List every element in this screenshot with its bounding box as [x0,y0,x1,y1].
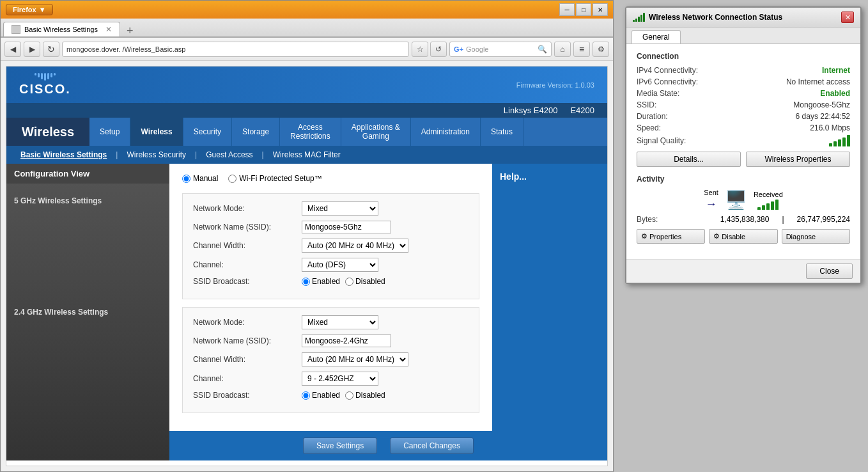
24ghz-ssid-row: Network Name (SSID): [193,334,469,347]
save-settings-button[interactable]: Save Settings [303,437,377,454]
subnav-sep-1: | [114,150,119,159]
sidebar-section-2ghz: 2.4 GHz Wireless Settings [6,295,169,329]
help-link[interactable]: Help... [500,171,527,182]
5ghz-broadcast-disabled-radio[interactable] [345,278,353,286]
sent-label: Sent [704,189,718,196]
bytes-row: Bytes: 1,435,838,380 | 26,747,995,224 [637,215,850,224]
24ghz-broadcast-disabled-option[interactable]: Disabled [345,391,385,400]
signal-bar-4 [842,138,846,146]
subnav-wireless-security[interactable]: Wireless Security [119,148,194,161]
24ghz-broadcast-options: Enabled Disabled [302,391,385,400]
disable-icon: ⚙ [713,232,720,240]
nav-tab-admin-label: Administration [421,127,470,136]
search-bar[interactable]: G+ Google 🔍 [449,42,552,57]
nav-tab-storage[interactable]: Storage [232,118,280,146]
wireless-status-dialog: Wireless Network Connection Status ✕ Gen… [625,6,862,284]
24ghz-channel-row: Channel: 9 - 2.452GHZ [193,372,469,386]
5ghz-ssid-input[interactable] [302,221,391,233]
5ghz-channel-width-select[interactable]: Auto (20 MHz or 40 MHz) [302,239,408,253]
5ghz-broadcast-enabled-option[interactable]: Enabled [302,277,340,286]
5ghz-ssid-label: Network Name (SSID): [193,223,295,232]
24ghz-broadcast-enabled-option[interactable]: Enabled [302,391,340,400]
cancel-changes-button[interactable]: Cancel Changes [390,437,474,454]
minimize-button[interactable]: ─ [559,3,575,16]
5ghz-channel-select[interactable]: Auto (DFS) [302,258,378,272]
address-url: mongoose.dover. /Wireless_Basic.asp [66,45,185,53]
active-tab[interactable]: Basic Wireless Settings ✕ [3,22,120,36]
home-button[interactable]: ⌂ [554,42,571,57]
cisco-line-4 [44,73,46,81]
5ghz-ssid-broadcast-label: SSID Broadcast: [193,277,295,286]
sig-bar-3 [638,17,640,22]
nav-tab-wireless[interactable]: Wireless [130,118,183,146]
nav-tab-security[interactable]: Security [183,118,232,146]
tab-favicon [12,25,20,34]
sidebar-section-5ghz: 5 GHz Wireless Settings [6,184,169,218]
settings-and-help: Manual Wi-Fi Protected Setup™ Network Mo… [169,164,607,431]
new-tab-button[interactable]: + [124,25,136,36]
ssid-row: SSID: Mongoose-5Ghz [637,100,850,109]
wps-radio-option[interactable]: Wi-Fi Protected Setup™ [228,174,322,183]
nav-tab-status[interactable]: Status [481,118,523,146]
5ghz-broadcast-disabled-option[interactable]: Disabled [345,277,385,286]
forward-button[interactable]: ▶ [24,42,40,57]
cisco-wordmark: CISCO. [19,82,71,97]
signal-quality-row: Signal Quality: [637,135,850,146]
diagnose-button[interactable]: Diagnose [782,229,850,244]
browser-window-controls: ─ □ ✕ [559,3,608,16]
address-bar[interactable]: mongoose.dover. /Wireless_Basic.asp [62,42,409,57]
5ghz-broadcast-enabled-radio[interactable] [302,278,310,286]
recv-bar-1 [757,207,761,210]
bookmark-star-icon[interactable]: ☆ [412,42,428,57]
tab-close-icon[interactable]: ✕ [105,25,112,34]
manual-radio-option[interactable]: Manual [182,174,218,183]
nav-tab-setup[interactable]: Setup [89,118,130,146]
wps-label: Wi-Fi Protected Setup™ [239,174,322,183]
24ghz-channel-select[interactable]: 9 - 2.452GHZ [302,372,378,386]
cisco-logo: CISCO. [19,73,71,97]
firmware-version: Firmware Version: 1.0.03 [516,81,594,89]
cisco-line-7 [54,73,56,75]
5ghz-network-mode-select[interactable]: Mixed [302,201,378,216]
properties-label: Properties [649,233,681,240]
nav-tab-access[interactable]: AccessRestrictions [280,118,341,146]
wps-radio[interactable] [228,175,236,183]
details-button[interactable]: Details... [637,152,741,167]
reload-icon[interactable]: ↺ [430,42,447,57]
24ghz-ssid-input[interactable] [302,334,391,347]
bytes-values: 1,435,838,380 | 26,747,995,224 [720,215,850,224]
browser-menu-icon[interactable]: ≡ [573,42,590,57]
24ghz-network-mode-select[interactable]: Mixed [302,315,378,329]
setup-mode-group: Manual Wi-Fi Protected Setup™ [182,174,479,183]
manual-radio[interactable] [182,175,190,183]
subnav-sep-2: | [194,150,198,159]
firefox-menu-button[interactable]: Firefox ▼ [6,4,53,15]
5ghz-channel-width-label: Channel Width: [193,241,295,250]
24ghz-broadcast-disabled-radio[interactable] [345,391,353,400]
properties-button[interactable]: ⚙ Properties [637,229,705,244]
subnav-mac-filter[interactable]: Wireless MAC Filter [265,148,348,161]
subnav-basic-wireless[interactable]: Basic Wireless Settings [13,148,114,161]
disable-button[interactable]: ⚙ Disable [709,229,777,244]
5ghz-enabled-label: Enabled [312,277,340,286]
nav-tab-admin[interactable]: Administration [411,118,481,146]
nav-tab-apps[interactable]: Applications &Gaming [341,118,411,146]
sidebar-title: Configuration View [6,164,169,184]
dialog-close-button[interactable]: ✕ [841,12,854,23]
wireless-properties-button[interactable]: Wireless Properties [746,152,850,167]
maximize-button[interactable]: □ [576,3,591,16]
24ghz-broadcast-enabled-radio[interactable] [302,391,310,400]
diagnose-label: Diagnose [786,233,816,240]
close-button[interactable]: ✕ [593,3,608,16]
help-panel: Help... [492,164,607,431]
dialog-tab-general[interactable]: General [632,30,681,43]
refresh-button[interactable]: ↻ [43,42,59,57]
subnav-guest-access[interactable]: Guest Access [198,148,260,161]
24ghz-disabled-label: Disabled [355,391,385,400]
24ghz-channel-width-select[interactable]: Auto (20 MHz or 40 MHz) [302,352,408,366]
wireless-section-label: Wireless [6,118,89,146]
duration-row: Duration: 6 days 22:44:52 [637,112,850,121]
back-button[interactable]: ◀ [4,42,21,57]
more-options-icon[interactable]: ⚙ [593,42,609,57]
close-dialog-button[interactable]: Close [806,264,853,279]
